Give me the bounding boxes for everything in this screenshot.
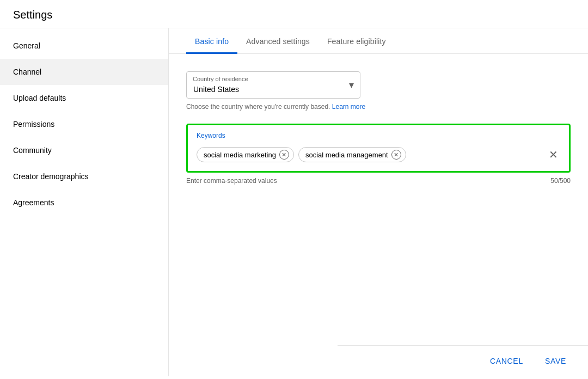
sidebar: General Channel Upload defaults Permissi… — [0, 28, 169, 376]
keywords-clear-button[interactable]: ✕ — [547, 146, 560, 163]
tab-content: Country of residence United States Unite… — [169, 54, 588, 202]
sidebar-item-label: Agreements — [13, 198, 54, 207]
sidebar-item-community[interactable]: Community — [0, 137, 168, 163]
sidebar-item-label: Channel — [13, 68, 41, 76]
clear-all-icon: ✕ — [549, 148, 558, 161]
keywords-container: Keywords social media marketing ✕ social… — [186, 124, 571, 173]
remove-keyword-1-button[interactable]: ✕ — [279, 150, 289, 160]
action-bar: CANCEL SAVE — [338, 345, 588, 376]
keywords-input-row: social media marketing ✕ social media ma… — [197, 145, 560, 164]
keywords-help: Enter comma-separated values 50/500 — [186, 177, 571, 185]
tab-basic-info[interactable]: Basic info — [186, 28, 237, 54]
country-help-text: Choose the country where you're currentl… — [186, 103, 571, 111]
sidebar-item-label: Permissions — [13, 120, 54, 129]
keywords-counter: 50/500 — [550, 177, 571, 185]
sidebar-item-label: Upload defaults — [13, 94, 66, 102]
tab-feature-eligibility[interactable]: Feature eligibility — [318, 28, 395, 54]
keywords-label: Keywords — [197, 132, 560, 139]
sidebar-item-creator-demographics[interactable]: Creator demographics — [0, 163, 168, 190]
close-icon: ✕ — [394, 151, 399, 158]
content-area: Basic info Advanced settings Feature eli… — [169, 28, 588, 376]
close-icon: ✕ — [281, 151, 286, 158]
cancel-button[interactable]: CANCEL — [481, 352, 532, 370]
main-layout: General Channel Upload defaults Permissi… — [0, 28, 588, 376]
sidebar-item-agreements[interactable]: Agreements — [0, 190, 168, 216]
remove-keyword-2-button[interactable]: ✕ — [391, 150, 401, 160]
sidebar-item-upload-defaults[interactable]: Upload defaults — [0, 85, 168, 111]
sidebar-item-label: Community — [13, 146, 52, 155]
tab-advanced-settings[interactable]: Advanced settings — [237, 28, 318, 54]
keyword-chip-text-1: social media marketing — [204, 151, 276, 159]
keyword-chip-1: social media marketing ✕ — [197, 147, 294, 162]
keyword-chip-2: social media management ✕ — [298, 147, 406, 162]
keyword-chip-text-2: social media management — [305, 151, 388, 159]
page-header: Settings — [0, 0, 588, 28]
sidebar-item-general[interactable]: General — [0, 33, 168, 59]
sidebar-item-channel[interactable]: Channel — [0, 59, 168, 85]
country-select[interactable]: United States United Kingdom Canada Aust… — [186, 71, 360, 99]
save-button[interactable]: SAVE — [536, 352, 575, 370]
page-title: Settings — [13, 9, 575, 21]
keywords-help-text: Enter comma-separated values — [186, 177, 277, 185]
tabs-bar: Basic info Advanced settings Feature eli… — [169, 28, 588, 54]
learn-more-link[interactable]: Learn more — [332, 103, 365, 111]
sidebar-item-label: Creator demographics — [13, 172, 89, 181]
sidebar-item-label: General — [13, 41, 40, 50]
sidebar-item-permissions[interactable]: Permissions — [0, 111, 168, 137]
country-select-wrapper: Country of residence United States Unite… — [186, 71, 360, 99]
